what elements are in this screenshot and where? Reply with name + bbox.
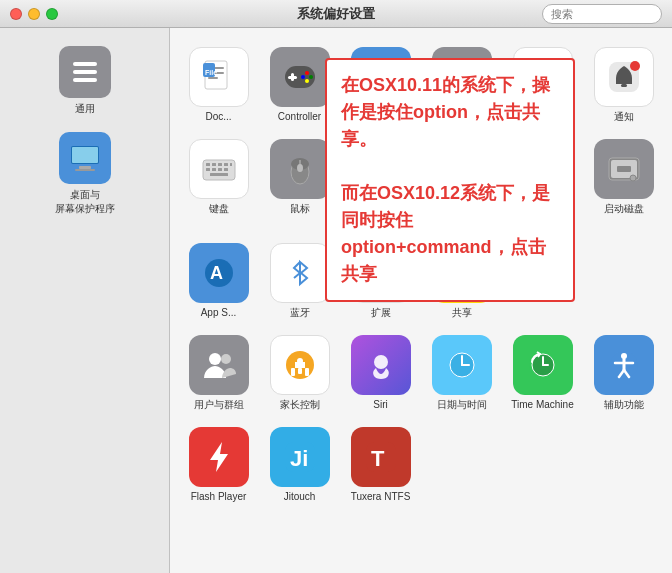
empty-4 (504, 423, 581, 507)
startup-icon (594, 139, 654, 199)
svg-rect-75 (291, 368, 295, 376)
svg-text:T: T (371, 446, 385, 471)
svg-rect-34 (206, 163, 210, 166)
icon-datetime[interactable]: 日期与时间 (423, 331, 500, 415)
users-icon (189, 335, 249, 395)
icon-timemachine[interactable]: Time Machine (504, 331, 581, 415)
svg-rect-1 (73, 70, 97, 74)
tuxera-label: Tuxera NTFS (351, 491, 411, 503)
empty-3 (423, 423, 500, 507)
search-input[interactable] (542, 4, 662, 24)
svg-rect-42 (224, 168, 228, 171)
minimize-button[interactable] (28, 8, 40, 20)
close-button[interactable] (10, 8, 22, 20)
keyboard-label: 键盘 (209, 203, 229, 215)
datetime-label: 日期与时间 (437, 399, 487, 411)
svg-rect-5 (79, 166, 91, 169)
svg-rect-38 (230, 163, 232, 166)
svg-rect-76 (305, 368, 309, 376)
controller-label: Controller (278, 111, 321, 123)
sidebar-item-desktop[interactable]: 桌面与屏幕保护程序 (0, 124, 169, 224)
tooltip-overlay: 在OSX10.11的系统下，操作是按住option，点击共享。而在OSX10.1… (325, 58, 575, 302)
general-label: 通用 (75, 102, 95, 116)
svg-rect-73 (297, 358, 303, 364)
search-bar (542, 4, 662, 24)
siri-icon (351, 335, 411, 395)
mouse-label: 鼠标 (290, 203, 310, 215)
svg-point-70 (209, 353, 221, 365)
icon-flashplayer[interactable]: Flash Player (180, 423, 257, 507)
icon-startup[interactable]: 启动磁盘 (585, 135, 662, 231)
svg-text:Ji: Ji (290, 446, 308, 471)
window-controls (10, 8, 58, 20)
keyboard-icon (189, 139, 249, 199)
empty-icon-2 (594, 243, 654, 303)
svg-rect-37 (224, 163, 228, 166)
flashplayer-icon (189, 427, 249, 487)
bluetooth-label: 蓝牙 (290, 307, 310, 319)
svg-rect-0 (73, 62, 97, 66)
notification-icon (594, 47, 654, 107)
appstore-icon: A (189, 243, 249, 303)
accessibility-icon (594, 335, 654, 395)
empty-5 (585, 423, 662, 507)
flashplayer-label: Flash Player (191, 491, 247, 503)
icon-tuxera[interactable]: T Tuxera NTFS (342, 423, 419, 507)
title-bar: 系统偏好设置 (0, 0, 672, 28)
svg-rect-74 (298, 368, 302, 374)
icon-appstore[interactable]: A App S... (180, 239, 257, 323)
notification-label: 通知 (614, 111, 634, 123)
sidebar: 通用 桌面与屏幕保护程序 (0, 28, 170, 573)
jitouch-label: Jitouch (284, 491, 316, 503)
svg-rect-40 (212, 168, 216, 171)
doc-icon: File (189, 47, 249, 107)
mouse-icon (270, 139, 330, 199)
general-icon (59, 46, 111, 98)
svg-rect-60 (617, 166, 631, 172)
svg-point-17 (309, 75, 313, 79)
svg-rect-2 (73, 78, 97, 82)
desktop-icon (59, 132, 111, 184)
svg-rect-6 (75, 169, 95, 171)
svg-rect-4 (72, 147, 98, 163)
icon-siri[interactable]: Siri (342, 331, 419, 415)
svg-rect-43 (210, 173, 228, 176)
icon-keyboard[interactable]: 键盘 (180, 135, 257, 231)
jitouch-icon: Ji (270, 427, 330, 487)
sidebar-item-general[interactable]: 通用 (0, 38, 169, 124)
tuxera-icon: T (351, 427, 411, 487)
users-label: 用户与群组 (194, 399, 244, 411)
svg-rect-39 (206, 168, 210, 171)
icon-users[interactable]: 用户与群组 (180, 331, 257, 415)
svg-rect-35 (212, 163, 216, 166)
icon-notification[interactable]: 通知 (585, 43, 662, 127)
desktop-label: 桌面与屏幕保护程序 (55, 188, 115, 216)
icon-accessibility[interactable]: 辅助功能 (585, 331, 662, 415)
startup-label: 启动磁盘 (604, 203, 644, 215)
appstore-label: App S... (201, 307, 237, 319)
icon-doc[interactable]: File Doc... (180, 43, 257, 127)
svg-point-19 (305, 79, 309, 83)
icon-parental[interactable]: 家长控制 (261, 331, 338, 415)
svg-text:A: A (210, 263, 223, 283)
parental-icon (270, 335, 330, 395)
icon-jitouch[interactable]: Ji Jitouch (261, 423, 338, 507)
grid-area: File Doc... Controller 语言与地区 (170, 28, 672, 573)
main-content: 通用 桌面与屏幕保护程序 File Doc... (0, 28, 672, 573)
maximize-button[interactable] (46, 8, 58, 20)
svg-rect-36 (218, 163, 222, 166)
svg-rect-10 (208, 77, 218, 79)
svg-point-71 (221, 354, 231, 364)
svg-point-18 (301, 75, 305, 79)
svg-point-16 (305, 71, 309, 75)
svg-rect-41 (218, 168, 222, 171)
svg-rect-31 (621, 84, 627, 87)
bluetooth-icon (270, 243, 330, 303)
svg-point-59 (630, 175, 636, 181)
parental-label: 家长控制 (280, 399, 320, 411)
tooltip-text: 在OSX10.11的系统下，操作是按住option，点击共享。而在OSX10.1… (341, 75, 550, 284)
controller-icon (270, 47, 330, 107)
timemachine-label: Time Machine (511, 399, 573, 411)
icon-empty2 (585, 239, 662, 323)
accessibility-label: 辅助功能 (604, 399, 644, 411)
